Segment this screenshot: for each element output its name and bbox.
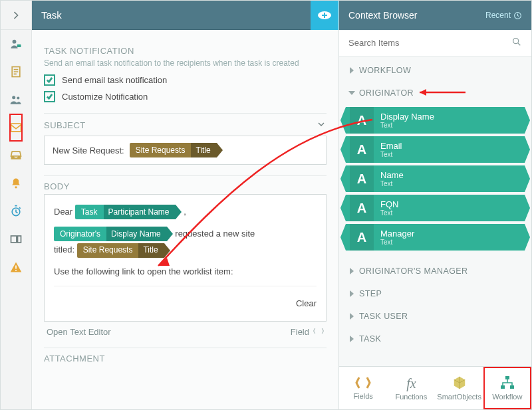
field-chip-email[interactable]: AEmailText bbox=[346, 136, 525, 163]
svg-rect-1 bbox=[17, 45, 21, 47]
checkbox-send-email-label: Send email task notification bbox=[62, 75, 167, 85]
context-title: Context Browser bbox=[348, 10, 417, 21]
rail-people-icon[interactable] bbox=[9, 86, 23, 114]
tree-node-originator[interactable]: ORIGINATOR bbox=[339, 82, 531, 104]
body-token-participant[interactable]: Task Participant Name bbox=[75, 205, 182, 219]
rail-user-group-icon[interactable] bbox=[9, 30, 23, 58]
subject-input[interactable]: New Site Request: Site Requests Title bbox=[44, 136, 327, 165]
svg-point-14 bbox=[513, 39, 519, 44]
fx-icon: fx bbox=[406, 376, 416, 391]
svg-rect-5 bbox=[11, 124, 21, 132]
svg-point-3 bbox=[12, 96, 15, 99]
svg-rect-10 bbox=[15, 266, 17, 269]
svg-point-6 bbox=[15, 186, 17, 188]
body-token-title[interactable]: Site Requests Title bbox=[77, 243, 170, 258]
subject-prefix-text: New Site Request: bbox=[53, 146, 124, 155]
section-title-body: BODY bbox=[44, 181, 327, 191]
clear-button[interactable]: Clear bbox=[296, 298, 317, 308]
context-browser-panel: Context Browser Recent WORKFLOWORIGINATO… bbox=[338, 1, 531, 409]
task-header-title: Task bbox=[41, 9, 62, 21]
checkbox-send-email[interactable] bbox=[44, 74, 55, 86]
rail-inbox-icon[interactable] bbox=[9, 142, 23, 169]
context-search-input[interactable] bbox=[348, 38, 511, 48]
checkbox-customize-label: Customize Notification bbox=[62, 92, 148, 102]
context-search[interactable] bbox=[339, 30, 531, 56]
body-editor[interactable]: Dear Task Participant Name , Originator'… bbox=[44, 194, 327, 322]
tree-node-step[interactable]: STEP bbox=[339, 282, 531, 305]
svg-rect-9 bbox=[18, 236, 21, 243]
search-icon[interactable] bbox=[511, 37, 522, 49]
body-token-originator[interactable]: Originator's Display Name bbox=[54, 227, 173, 241]
tree-node-originator-s-manager[interactable]: ORIGINATOR'S MANAGER bbox=[339, 260, 531, 282]
flowchart-icon bbox=[499, 375, 515, 391]
add-tab-button[interactable] bbox=[311, 1, 338, 30]
svg-rect-11 bbox=[15, 270, 17, 271]
footer-tab-fields[interactable]: Fields bbox=[339, 367, 387, 409]
cube-icon bbox=[452, 375, 467, 391]
rail-expand-toggle[interactable] bbox=[1, 1, 31, 30]
tree-node-task[interactable]: TASK bbox=[339, 328, 531, 350]
rail-layout-icon[interactable] bbox=[9, 225, 23, 253]
rail-bell-icon[interactable] bbox=[9, 169, 23, 197]
section-subtitle-notification: Send an email task notification to the r… bbox=[44, 58, 327, 68]
rail-warning-icon[interactable] bbox=[9, 253, 23, 281]
field-chip-name[interactable]: ANameText bbox=[346, 165, 525, 192]
svg-rect-17 bbox=[510, 385, 514, 389]
subject-collapse-icon[interactable] bbox=[316, 119, 327, 132]
rail-envelope-icon[interactable] bbox=[9, 114, 23, 142]
field-insert-icon[interactable] bbox=[313, 327, 324, 337]
footer-tab-smartobjects[interactable]: SmartObjects bbox=[436, 367, 483, 409]
section-title-attachment: ATTACHMENT bbox=[44, 354, 327, 363]
context-footer-tabs: FieldsfxFunctionsSmartObjectsWorkflow bbox=[339, 366, 531, 409]
tree-node-task-user[interactable]: TASK USER bbox=[339, 305, 531, 328]
svg-rect-16 bbox=[501, 385, 505, 389]
braces-icon bbox=[355, 376, 371, 391]
open-text-editor-link[interactable]: Open Text Editor bbox=[47, 327, 111, 337]
context-recent-link[interactable]: Recent bbox=[485, 11, 522, 20]
svg-rect-15 bbox=[505, 376, 509, 379]
footer-tab-workflow[interactable]: Workflow bbox=[483, 367, 531, 409]
task-header: Task bbox=[32, 1, 338, 30]
svg-point-4 bbox=[17, 96, 19, 99]
task-panel: Task TASK NOTIFICATION Send an email tas… bbox=[32, 1, 338, 409]
rail-stopwatch-icon[interactable] bbox=[9, 197, 23, 225]
section-title-subject: SUBJECT bbox=[44, 120, 86, 130]
field-chip-manager[interactable]: AManagerText bbox=[346, 224, 525, 251]
context-tree: WORKFLOWORIGINATORADisplay NameTextAEmai… bbox=[339, 56, 531, 366]
tree-node-workflow[interactable]: WORKFLOW bbox=[339, 59, 531, 82]
field-chip-display-name[interactable]: ADisplay NameText bbox=[346, 107, 525, 134]
field-chip-fqn[interactable]: AFQNText bbox=[346, 195, 525, 221]
subject-token[interactable]: Site Requests Title bbox=[130, 143, 223, 157]
footer-tab-functions[interactable]: fxFunctions bbox=[387, 367, 435, 409]
rail-form-icon[interactable] bbox=[9, 58, 23, 86]
field-insert-label: Field bbox=[291, 327, 309, 337]
section-title-notification: TASK NOTIFICATION bbox=[44, 46, 327, 56]
checkbox-customize[interactable] bbox=[44, 91, 55, 102]
svg-point-0 bbox=[13, 40, 17, 44]
svg-rect-8 bbox=[11, 236, 17, 243]
left-nav-rail bbox=[1, 1, 32, 409]
